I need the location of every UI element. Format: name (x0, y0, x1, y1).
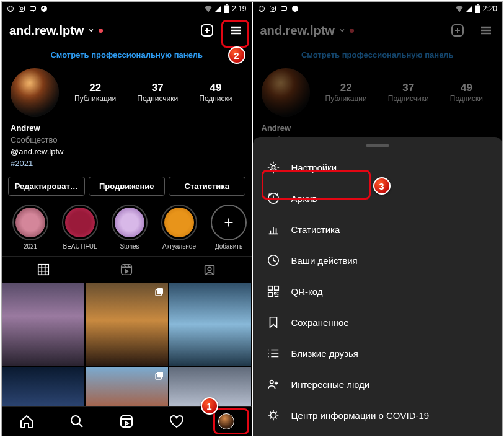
svg-point-0 (8, 6, 14, 12)
wifi-icon (455, 5, 464, 12)
highlight-add[interactable]: Добавить (206, 205, 251, 250)
highlight-item[interactable]: BEAUTIFUL (58, 205, 102, 250)
svg-rect-4 (30, 7, 36, 11)
highlight-item[interactable]: 2021 (8, 205, 53, 250)
display-name: Andrew (262, 123, 494, 134)
activity-tab[interactable] (168, 413, 185, 430)
avatar[interactable] (11, 68, 59, 117)
menu-button[interactable] (477, 22, 495, 39)
reels-tab[interactable] (85, 257, 168, 283)
post-thumb[interactable] (169, 283, 252, 366)
pro-dashboard-link[interactable]: Смотреть профессиональную панель (2, 45, 252, 68)
cast-icon (280, 5, 288, 12)
following-stat[interactable]: 49Подписки (199, 82, 232, 103)
svg-rect-33 (268, 293, 272, 296)
menu-button[interactable] (227, 22, 244, 39)
svg-point-35 (270, 412, 276, 418)
tagged-icon (203, 263, 216, 276)
search-tab[interactable] (68, 413, 86, 430)
svg-point-17 (71, 416, 80, 425)
phone-left: 2:19 and.rew.lptw Смотреть профессиональ… (2, 2, 252, 436)
posts-stat[interactable]: 22Публикации (325, 82, 367, 103)
menu-discover[interactable]: Интересные люди (253, 369, 503, 400)
username-selector[interactable]: and.rew.lptw (9, 24, 103, 38)
svg-point-34 (270, 381, 273, 384)
search-icon (69, 414, 84, 429)
home-tab[interactable] (18, 413, 35, 430)
signal-icon (466, 5, 472, 12)
step-badge-3: 3 (373, 177, 391, 195)
svg-rect-10 (122, 265, 132, 275)
bio-hashtag[interactable]: #2021 (11, 158, 243, 170)
covid-icon (267, 408, 280, 422)
svg-rect-25 (475, 5, 480, 13)
svg-rect-32 (274, 286, 278, 290)
svg-point-22 (272, 7, 274, 10)
clock: 2:20 (483, 4, 497, 13)
wifi-icon (204, 5, 213, 12)
shazam-icon (291, 5, 299, 12)
create-button[interactable] (198, 22, 216, 39)
menu-qr[interactable]: QR-код (253, 276, 503, 307)
insights-button[interactable]: Статистика (169, 177, 245, 196)
carousel-icon (154, 371, 164, 383)
pro-dashboard-link[interactable]: Смотреть профессиональную панель (253, 45, 503, 68)
username-selector[interactable]: and.rew.lptw (260, 24, 354, 38)
plus-icon (222, 216, 236, 229)
profile-stats-row: 22Публикации 37Подписчики 49Подписки (2, 68, 252, 123)
followers-stat[interactable]: 37Подписчики (137, 82, 178, 103)
battery-icon (475, 4, 480, 13)
clock: 2:19 (232, 4, 246, 13)
notification-dot (350, 29, 354, 33)
svg-point-19 (259, 6, 264, 12)
reels-icon (120, 263, 133, 276)
svg-point-28 (272, 165, 275, 169)
sheet-handle[interactable] (366, 144, 389, 147)
profile-tab[interactable] (218, 413, 235, 430)
menu-saved[interactable]: Сохраненное (253, 307, 503, 338)
highlight-item[interactable]: Актуальное (157, 205, 201, 250)
highlight-item[interactable]: Stories (107, 205, 152, 250)
svg-point-12 (208, 268, 212, 271)
highlights-row[interactable]: 2021 BEAUTIFUL Stories Актуальное Добави… (2, 205, 252, 256)
promote-button[interactable]: Продвижение (89, 177, 166, 196)
post-thumb[interactable] (86, 283, 168, 366)
svg-rect-13 (157, 288, 162, 294)
avatar-icon (218, 413, 234, 429)
menu-insights[interactable]: Статистика (253, 214, 503, 245)
edit-profile-button[interactable]: Редактироват… (8, 177, 85, 196)
menu-activity[interactable]: Ваши действия (253, 245, 503, 276)
followers-stat[interactable]: 37Подписчики (388, 82, 429, 103)
bookmark-icon (267, 315, 280, 329)
carousel-icon (154, 287, 164, 299)
posts-stat[interactable]: 22Публикации (74, 82, 116, 103)
grid-icon (37, 263, 50, 276)
menu-covid[interactable]: Центр информации о COVID-19 (253, 400, 503, 431)
instagram-icon (18, 5, 25, 12)
create-button[interactable] (449, 22, 466, 39)
gear-icon (267, 161, 280, 174)
svg-rect-26 (477, 4, 479, 5)
reels-nav-tab[interactable] (118, 413, 135, 430)
svg-point-20 (260, 6, 263, 12)
bio-handle: @and.rew.lptw (11, 146, 243, 158)
svg-rect-2 (19, 6, 25, 12)
svg-point-24 (292, 6, 298, 12)
svg-point-1 (9, 6, 12, 12)
post-thumb[interactable] (2, 283, 84, 366)
svg-rect-21 (270, 6, 275, 12)
profile-tabs (2, 256, 252, 283)
archive-icon (267, 191, 280, 205)
grid-tab[interactable] (2, 257, 85, 283)
following-stat[interactable]: 49Подписки (450, 82, 483, 103)
tagged-tab[interactable] (168, 257, 251, 283)
menu-close-friends[interactable]: Близкие друзья (253, 338, 503, 369)
list-icon (267, 346, 280, 360)
svg-rect-6 (224, 5, 229, 13)
svg-rect-9 (38, 265, 49, 275)
chart-icon (267, 222, 280, 236)
discover-icon (267, 377, 280, 391)
avatar[interactable] (262, 68, 310, 117)
svg-point-5 (41, 6, 47, 12)
profile-stats-row: 22Публикации 37Подписчики 49Подписки (253, 68, 503, 123)
